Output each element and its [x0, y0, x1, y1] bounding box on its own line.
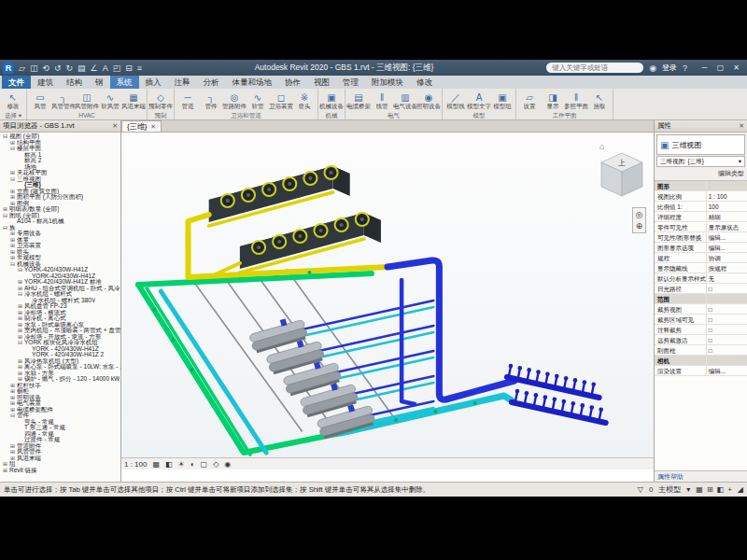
workset-selector[interactable]: 主模型 [658, 484, 681, 495]
tree-expand-icon[interactable]: ⊟ [3, 133, 9, 140]
ribbon-button[interactable]: ↖ 修改 [2, 92, 24, 109]
ribbon-button[interactable]: ※ 喷头 [293, 92, 316, 109]
window-control-button[interactable]: ▢ [712, 63, 728, 72]
ribbon-button[interactable]: ∿ 软管 [247, 92, 269, 109]
property-value[interactable]: □ [706, 335, 747, 344]
viewcube-top-label[interactable]: 上 [617, 159, 626, 167]
property-row[interactable]: 裁剪视图 □ [655, 304, 747, 315]
tree-expand-icon[interactable]: ⊟ [10, 146, 17, 152]
property-row[interactable]: 渲染设置 编辑... [655, 366, 747, 376]
tree-expand-icon[interactable]: ⊟ [18, 340, 24, 346]
property-row[interactable]: 裁剪区域可见 □ [655, 315, 747, 325]
property-row[interactable]: 显示隐藏线 按规程 [655, 263, 747, 273]
quick-access-button[interactable]: ≡ [137, 63, 142, 74]
property-value[interactable]: □ [706, 345, 747, 355]
search-input[interactable] [546, 63, 643, 73]
user-icon[interactable]: ◉ [649, 63, 656, 73]
tree-expand-icon[interactable]: ⊟ [3, 213, 9, 219]
ribbon-button[interactable]: ◻ 卫浴装置 [270, 92, 292, 109]
ribbon-tab[interactable]: 管理 [336, 76, 365, 89]
window-control-button[interactable]: ✕ [728, 63, 744, 72]
ribbon-button[interactable]: ‖ 参照平面 [565, 92, 587, 109]
tree-expand-icon[interactable]: ⊟ [3, 225, 9, 231]
property-value[interactable]: 协调 [706, 253, 747, 262]
viewcube[interactable]: ⌂ 上 [596, 138, 648, 203]
view-control-button[interactable]: ◇ [213, 460, 218, 469]
view-control-button[interactable]: ☀ [178, 460, 185, 469]
ribbon-tab[interactable]: 体量和场地 [226, 76, 279, 89]
property-value[interactable]: 编辑... [706, 232, 747, 242]
tree-expand-icon[interactable]: ⊟ [10, 261, 17, 268]
status-toggle-icon[interactable]: ◧ [717, 485, 725, 494]
property-row[interactable]: 零件可见性 显示原状态 [655, 222, 747, 232]
property-value[interactable]: 编辑... [706, 243, 747, 252]
ribbon-tab[interactable]: 系统 [110, 76, 139, 89]
view-control-button[interactable]: ◉ [224, 460, 231, 469]
instance-combo[interactable]: 三维视图: {三维} ▾ [656, 156, 745, 167]
quick-access-button[interactable]: ◫ [30, 63, 38, 74]
ribbon-button[interactable]: ▤ 电缆桥架 [347, 92, 370, 109]
quick-access-button[interactable]: ◰ [113, 63, 121, 74]
ribbon-panel-label[interactable]: 卫浴和管道 [176, 112, 316, 119]
ribbon-tab[interactable]: 修改 [410, 76, 439, 89]
ribbon-button[interactable]: ／ 模型线 [444, 92, 467, 109]
manifold-upper[interactable] [507, 364, 599, 398]
status-toggle-icon[interactable]: ▦ [696, 485, 703, 494]
ribbon-tab[interactable]: 建筑 [31, 76, 60, 89]
tree-expand-icon[interactable]: ⊟ [10, 413, 17, 419]
ribbon-button[interactable]: ◇ 预制零件 [149, 92, 172, 109]
ribbon-button[interactable]: ─ 管道 [176, 92, 199, 109]
ribbon-tab[interactable]: 视图 [307, 76, 336, 89]
property-value[interactable]: 无 [706, 273, 747, 283]
property-value[interactable] [706, 356, 747, 365]
ribbon-panel-label[interactable]: HVAC [29, 112, 145, 119]
property-row[interactable]: 图形 [655, 181, 747, 191]
status-toggle-icon[interactable]: ⊞ [707, 485, 713, 494]
3d-viewport[interactable]: ⌂ 上 ◎ ⊕ 1 : [121, 133, 654, 469]
property-value[interactable]: 显示原状态 [706, 222, 747, 231]
close-icon[interactable]: ✕ [739, 122, 744, 130]
property-value[interactable]: □ [706, 284, 747, 293]
property-value[interactable]: 1 : 100 [706, 191, 747, 201]
property-row[interactable]: 剖面框 □ [655, 345, 747, 356]
ribbon-tab[interactable]: 注释 [168, 76, 197, 89]
help-icon[interactable]: ? [683, 63, 687, 73]
properties-help-link[interactable]: 属性帮助 [655, 470, 747, 482]
ribbon-tab[interactable]: 协作 [278, 76, 307, 89]
property-value[interactable]: □ [706, 304, 747, 314]
quick-access-button[interactable]: ▱ [19, 63, 25, 74]
edit-type-button[interactable]: 编辑类型 [718, 169, 744, 178]
property-value[interactable]: 按规程 [706, 263, 747, 273]
tree-expand-icon[interactable]: ⊞ [3, 468, 9, 474]
view-tab[interactable]: {三维} ✕ [121, 120, 162, 132]
tree-expand-icon[interactable]: ⊟ [10, 176, 17, 183]
property-row[interactable]: 相机 [655, 356, 747, 366]
tree-expand-icon[interactable]: ⊟ [18, 267, 24, 273]
quick-access-button[interactable]: ⟲ [42, 63, 49, 74]
view-control-button[interactable]: ◧ [165, 460, 173, 469]
property-row[interactable]: 比例值 1: 100 [655, 202, 747, 212]
tree-item[interactable]: ⊞ Revit 链接 [0, 468, 120, 474]
ribbon-tab[interactable]: 文件 [2, 76, 31, 89]
property-row[interactable]: 可见性/图形替换 编辑... [655, 232, 747, 243]
property-value[interactable]: 100 [706, 202, 747, 211]
ribbon-panel-label[interactable]: 电气 [347, 112, 440, 119]
ribbon-tab[interactable]: 分析 [197, 76, 226, 89]
ribbon-panel-label[interactable]: 模型 [444, 112, 514, 119]
property-row[interactable]: 规程 协调 [655, 253, 747, 263]
filter-icon[interactable]: ▽ [638, 485, 643, 494]
property-value[interactable]: □ [706, 325, 747, 334]
sign-in-label[interactable]: 登录 [662, 63, 677, 73]
property-value[interactable]: 编辑... [706, 366, 747, 375]
workset-chevron-icon[interactable]: ▾ [686, 485, 690, 494]
quick-access-button[interactable]: ▤ [78, 63, 86, 74]
property-row[interactable]: 图形显示选项 编辑... [655, 243, 747, 253]
property-row[interactable]: 默认分析显示样式 无 [655, 273, 747, 284]
ribbon-tab[interactable]: 插入 [139, 76, 168, 89]
ribbon-button[interactable]: ┐ 风管管件 [52, 92, 75, 109]
ribbon-button[interactable]: ▱ 设置 [518, 92, 541, 109]
ribbon-button[interactable]: ▦ 风道末端 [122, 92, 145, 109]
close-icon[interactable]: ✕ [112, 122, 118, 130]
ribbon-tab[interactable]: 钢 [89, 76, 110, 89]
ribbon-tab[interactable]: 附加模块 [365, 76, 410, 89]
